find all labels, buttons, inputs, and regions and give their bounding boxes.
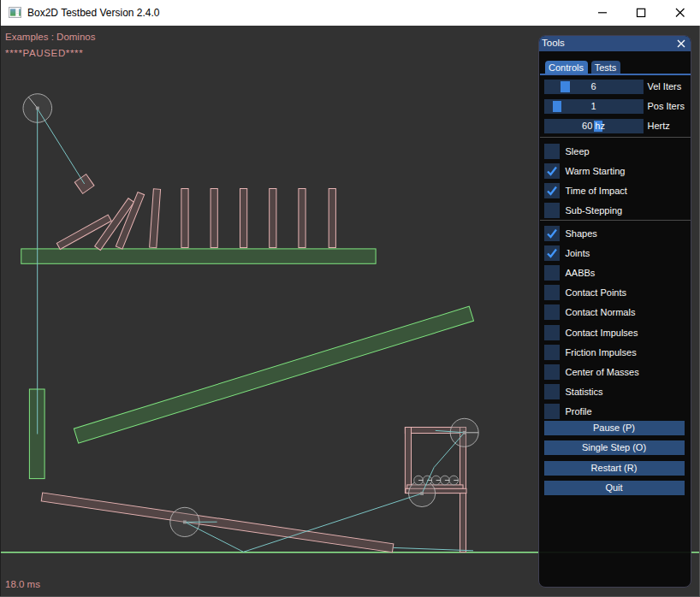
svg-text:18.0 ms: 18.0 ms [5,579,40,589]
svg-text:Examples : Dominos: Examples : Dominos [5,32,96,42]
svg-text:****PAUSED****: ****PAUSED**** [5,48,83,58]
